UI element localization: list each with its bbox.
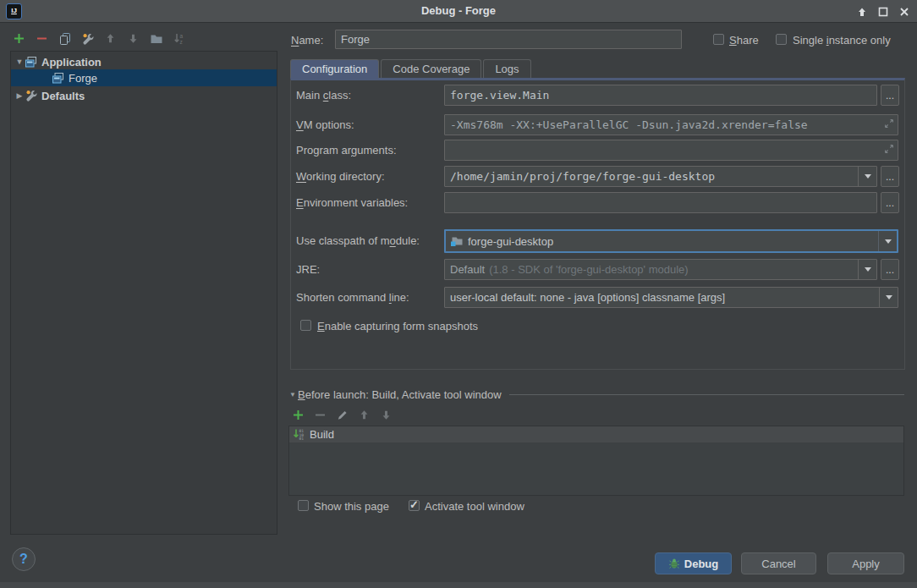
main-class-label: Main class:: [296, 85, 351, 106]
debug-button[interactable]: Debug: [655, 552, 732, 574]
tab-logs[interactable]: Logs: [483, 59, 530, 79]
classpath-module-label: Use classpath of module:: [296, 229, 420, 253]
jre-browse-button[interactable]: ...: [881, 259, 899, 280]
apply-button[interactable]: Apply: [827, 552, 904, 574]
classpath-module-combo[interactable]: forge-gui-desktop: [444, 229, 898, 253]
tab-configuration[interactable]: Configuration: [290, 59, 379, 79]
single-instance-label: Single instance only: [793, 34, 891, 47]
program-arguments-label: Program arguments:: [296, 140, 397, 161]
before-launch-task-list: 011001 Build: [288, 426, 904, 496]
titlebar: IJ Debug - Forge: [0, 0, 917, 23]
expand-field-icon[interactable]: [883, 143, 914, 155]
application-icon: [52, 72, 65, 85]
move-task-up-icon[interactable]: [357, 408, 371, 422]
jre-combo[interactable]: Default (1.8 - SDK of 'forge-gui-desktop…: [444, 259, 877, 280]
shorten-cmd-combo[interactable]: user-local default: none - java [options…: [444, 287, 898, 308]
share-label: Share: [729, 34, 759, 47]
jre-label: JRE:: [296, 259, 320, 280]
form-snapshots-checkbox[interactable]: [300, 320, 311, 331]
svg-text:z: z: [179, 39, 182, 45]
tree-item-label: Defaults: [41, 90, 85, 102]
cancel-button-label: Cancel: [761, 558, 795, 570]
add-task-icon[interactable]: [291, 408, 305, 422]
remove-task-icon[interactable]: [313, 408, 327, 422]
run-config-tree: ▼ Application Forge ▶ Defaults: [10, 51, 277, 535]
chevron-down-icon[interactable]: ▼: [14, 58, 25, 66]
debug-button-label: Debug: [684, 558, 718, 570]
form-snapshots-label: Enable capturing form snapshots: [317, 320, 478, 332]
module-icon: [450, 234, 464, 248]
shorten-cmd-value: user-local default: none - java [options…: [450, 291, 725, 304]
activate-tool-window-checkbox[interactable]: [409, 500, 420, 511]
name-input[interactable]: [335, 30, 682, 49]
edit-defaults-icon[interactable]: [80, 31, 95, 46]
environment-variables-label: Environment variables:: [296, 192, 408, 213]
window-close-icon[interactable]: [897, 4, 912, 19]
copy-icon[interactable]: [58, 31, 72, 46]
tab-code-coverage[interactable]: Code Coverage: [381, 59, 481, 79]
bottom-edge: [0, 582, 917, 588]
vm-options-label: VM options:: [296, 114, 354, 135]
edit-task-icon[interactable]: [335, 408, 349, 422]
show-this-page-label: Show this page: [314, 500, 389, 513]
window-maximize-icon[interactable]: [876, 4, 891, 19]
jre-value-detail: (1.8 - SDK of 'forge-gui-desktop' module…: [489, 263, 688, 276]
activate-tool-window-label: Activate tool window: [425, 500, 524, 513]
working-directory-label: Working directory:: [296, 166, 385, 187]
run-config-toolbar: az: [12, 31, 186, 46]
dropdown-arrow-icon[interactable]: [858, 167, 876, 186]
tree-item-forge[interactable]: Forge: [11, 69, 277, 86]
intellij-logo-icon: IJ: [6, 3, 22, 19]
dropdown-arrow-icon[interactable]: [878, 231, 897, 251]
single-instance-checkbox[interactable]: [776, 34, 787, 45]
environment-variables-input[interactable]: [444, 192, 877, 213]
tree-item-defaults[interactable]: ▶ Defaults: [11, 87, 277, 104]
classpath-module-value: forge-gui-desktop: [468, 235, 553, 248]
main-class-browse-button[interactable]: ...: [881, 85, 899, 106]
window-shade-icon[interactable]: [854, 4, 870, 19]
chevron-right-icon[interactable]: ▶: [14, 91, 25, 100]
vm-options-input[interactable]: [444, 114, 898, 135]
working-directory-value: /home/jamin/proj/forge/forge-gui-desktop: [450, 170, 715, 183]
move-up-icon[interactable]: [103, 31, 118, 46]
program-arguments-input[interactable]: [444, 140, 898, 161]
sort-alpha-icon[interactable]: az: [172, 31, 186, 46]
share-checkbox[interactable]: [713, 34, 724, 45]
move-task-down-icon[interactable]: [379, 408, 393, 422]
tree-item-label: Application: [41, 56, 102, 69]
dropdown-arrow-icon[interactable]: [879, 288, 898, 307]
shorten-cmd-label: Shorten command line:: [296, 287, 409, 308]
before-launch-header: ▼ Before launch: Build, Activate tool wi…: [288, 387, 904, 401]
expand-field-icon[interactable]: [883, 118, 914, 129]
dropdown-arrow-icon[interactable]: [858, 260, 876, 279]
svg-text:a: a: [179, 32, 183, 38]
before-launch-title: Before launch: Build, Activate tool wind…: [298, 388, 502, 401]
remove-icon[interactable]: [35, 31, 49, 46]
before-launch-toolbar: [291, 408, 393, 422]
main-class-input[interactable]: [444, 85, 877, 106]
build-icon: 011001: [293, 428, 306, 442]
collapse-triangle-icon[interactable]: ▼: [288, 391, 298, 398]
config-tabbar: Configuration Code Coverage Logs: [290, 59, 533, 79]
show-this-page-checkbox[interactable]: [298, 500, 309, 511]
tree-item-application[interactable]: ▼ Application: [11, 53, 277, 70]
help-button[interactable]: ?: [12, 547, 36, 571]
add-icon[interactable]: [12, 31, 26, 46]
jre-value: Default: [450, 263, 485, 276]
working-directory-combo[interactable]: /home/jamin/proj/forge/forge-gui-desktop: [444, 166, 877, 187]
environment-variables-browse-button[interactable]: ...: [881, 192, 899, 213]
move-down-icon[interactable]: [126, 31, 140, 46]
application-icon: [25, 56, 38, 69]
task-row-build[interactable]: 011001 Build: [289, 426, 903, 442]
bug-icon: [668, 558, 680, 569]
settings-wrench-icon: [25, 89, 38, 102]
svg-text:01: 01: [299, 437, 305, 441]
task-label: Build: [310, 428, 334, 441]
folder-icon[interactable]: [149, 31, 163, 46]
name-label: Name:: [291, 34, 323, 47]
window-title: Debug - Forge: [0, 0, 917, 22]
separator-line: [509, 394, 904, 395]
cancel-button[interactable]: Cancel: [741, 552, 816, 574]
tree-item-label: Forge: [69, 72, 97, 85]
working-directory-browse-button[interactable]: ...: [881, 166, 899, 187]
